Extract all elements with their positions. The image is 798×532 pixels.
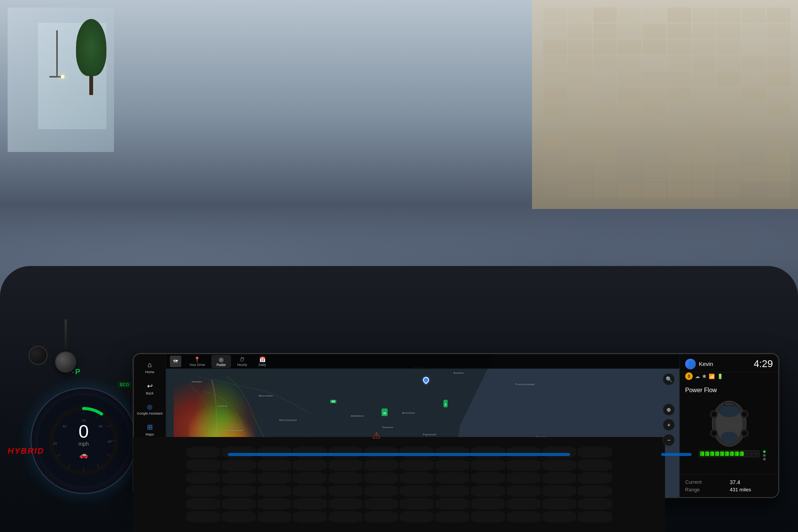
user-name: Kevin: [699, 361, 713, 367]
current-label: Current: [685, 479, 728, 485]
map-tab-radar[interactable]: ◎ Radar: [211, 355, 231, 368]
map-label-brockton: Brockton: [402, 411, 415, 415]
daily-icon: 📅: [259, 356, 266, 363]
bluetooth-icon: ✱: [702, 374, 706, 379]
svg-text:40: 40: [108, 440, 111, 443]
battery-seg-2: [705, 451, 709, 456]
blue-strip-right[interactable]: [661, 453, 692, 456]
signal-icon: 📶: [709, 374, 715, 379]
highway-badge-24: 24: [382, 408, 388, 416]
nav-label-back: Back: [146, 391, 154, 396]
battery-seg-1: [700, 451, 704, 456]
zoom-in-button[interactable]: +: [663, 419, 675, 431]
map-label-provincetown: Provincetown: [515, 383, 535, 386]
left-control-button[interactable]: [28, 346, 48, 365]
battery-seg-11: [749, 451, 754, 456]
blue-strip-left[interactable]: [228, 453, 570, 456]
map-label-taunton: Taunton: [382, 426, 393, 429]
range-label: Range: [685, 487, 728, 492]
svg-point-23: [712, 412, 716, 416]
hourly-icon: ⏱: [239, 356, 245, 363]
gear-knob[interactable]: [55, 352, 76, 372]
map-label-plymouth: Plymouth: [423, 433, 437, 436]
map-label-oxford: Oxford: [217, 404, 227, 408]
power-flow-title: Power Flow: [685, 387, 717, 394]
street-light: [49, 30, 65, 79]
battery-bar: [699, 450, 760, 457]
power-dot-2: [763, 454, 766, 457]
map-label-worcester: Worcester: [258, 394, 273, 397]
status-bar: 👤 Kevin 4:29: [680, 354, 778, 372]
map-label-hidden: Holden: [192, 380, 202, 383]
cloud-icon: ☁: [695, 374, 700, 379]
power-dots: [763, 450, 766, 461]
battery-seg-5: [720, 451, 724, 456]
tree: [76, 19, 106, 95]
nav-item-home[interactable]: ⌂ Home: [135, 358, 165, 377]
battery-seg-12: [754, 451, 758, 456]
notification-badge: 3: [685, 372, 693, 380]
grille-pattern: [186, 446, 612, 522]
right-panel: 👤 Kevin 4:29 3 ☁ ✱ 📶 🔋 Power Flow: [679, 354, 778, 497]
power-dot-1: [763, 450, 766, 453]
zoom-out-button[interactable]: −: [663, 434, 675, 446]
battery-seg-10: [744, 451, 749, 456]
map-tab-label-your-drive: Your Drive: [189, 363, 205, 367]
avatar-icon: 👤: [687, 361, 694, 367]
map-label-woonsocket: Woonsocket: [279, 418, 297, 422]
map-tab-label-radar: Radar: [217, 363, 226, 367]
svg-text:20: 20: [53, 442, 57, 445]
warning-triangle-button[interactable]: ⚠: [372, 430, 381, 441]
hybrid-badge: HYBRID: [8, 446, 44, 456]
user-avatar: 👤: [685, 359, 696, 369]
map-controls: 🔍 ⊕ + −: [663, 373, 675, 446]
search-button[interactable]: 🔍: [663, 373, 675, 385]
map-tab-your-drive[interactable]: 📍 Your Drive: [184, 355, 211, 368]
home-icon: ⌂: [148, 361, 152, 369]
nav-label-google-assistant: Google Assistant: [137, 412, 163, 416]
battery-icon: 🔋: [717, 374, 723, 379]
status-icons-row: 3 ☁ ✱ 📶 🔋: [680, 372, 778, 383]
battery-seg-9: [739, 451, 744, 456]
nav-item-back[interactable]: ↩ Back: [135, 379, 165, 399]
car-icon-cluster: 🚗: [78, 451, 89, 459]
svg-text:60: 60: [99, 424, 103, 428]
map-thumbnail[interactable]: 🗺: [170, 356, 181, 367]
map-label-attleboro: Attleboro: [351, 414, 364, 418]
car-top-svg: [695, 399, 763, 448]
speed-unit: mph: [78, 441, 89, 447]
svg-point-19: [721, 432, 738, 442]
map-tab-hourly[interactable]: ⏱ Hourly: [232, 355, 252, 368]
highway-badge-3: 3: [443, 400, 448, 407]
map-tabs: 🗺 📍 Your Drive ◎ Radar ⏱ Hourly: [166, 354, 679, 369]
battery-seg-4: [715, 451, 719, 456]
highway-badge-90: 90: [330, 400, 336, 403]
svg-point-27: [712, 431, 716, 435]
building-grid-overlay: [543, 8, 790, 198]
radar-icon: ◎: [219, 356, 223, 363]
power-dot-3: [763, 458, 766, 461]
map-tab-label-daily: Daily: [258, 363, 266, 367]
nav-item-google-assistant[interactable]: ◎ Google Assistant: [135, 400, 165, 419]
map-label-boston: Boston: [454, 371, 464, 375]
power-flow-section: Power Flow: [680, 383, 778, 474]
speed-display: 0: [78, 423, 89, 441]
svg-rect-21: [725, 404, 734, 405]
time-display: 4:29: [754, 358, 773, 370]
maps-icon: ⊞: [147, 423, 153, 431]
instrument-cluster: 75 60 40 80 20 0 mph 🚗: [30, 388, 137, 494]
map-thumbnail-icon: 🗺: [173, 359, 178, 364]
battery-seg-8: [735, 451, 739, 456]
range-value: 431 miles: [730, 487, 773, 492]
gear-shift-area: [55, 319, 76, 372]
nav-label-maps: Maps: [146, 432, 154, 437]
compass-button[interactable]: ⊕: [663, 404, 675, 416]
svg-text:80: 80: [63, 424, 66, 428]
map-label-pawtucket: Pawtucket: [228, 429, 243, 432]
user-info: 👤 Kevin: [685, 359, 713, 369]
nav-label-home: Home: [145, 370, 154, 374]
your-drive-icon: 📍: [194, 356, 200, 363]
map-tab-daily[interactable]: 📅 Daily: [253, 355, 271, 368]
range-info: Current 37.4 Range 431 miles: [680, 474, 778, 497]
battery-seg-6: [725, 451, 729, 456]
